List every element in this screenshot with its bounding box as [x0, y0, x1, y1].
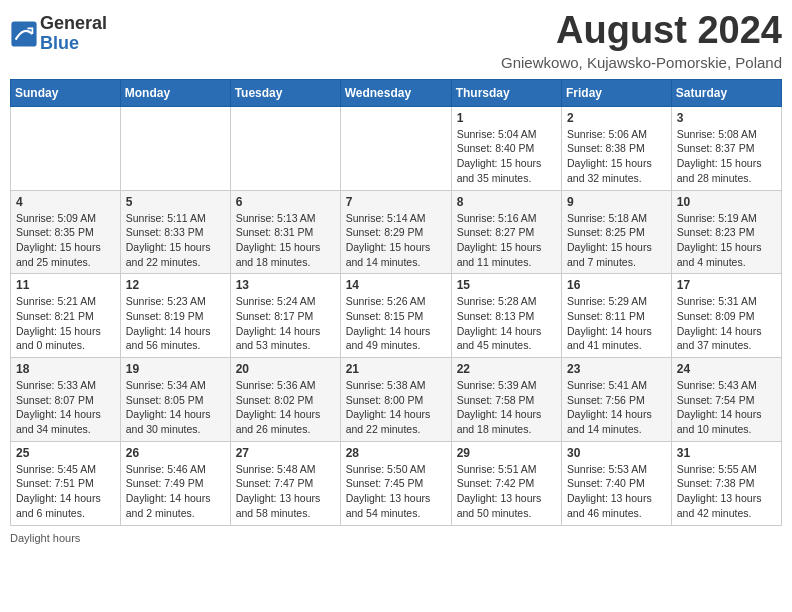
calendar-cell: 4Sunrise: 5:09 AM Sunset: 8:35 PM Daylig…	[11, 190, 121, 274]
day-info: Sunrise: 5:28 AM Sunset: 8:13 PM Dayligh…	[457, 294, 556, 353]
calendar-header-wednesday: Wednesday	[340, 79, 451, 106]
day-number: 6	[236, 195, 335, 209]
day-info: Sunrise: 5:55 AM Sunset: 7:38 PM Dayligh…	[677, 462, 776, 521]
day-info: Sunrise: 5:24 AM Sunset: 8:17 PM Dayligh…	[236, 294, 335, 353]
calendar-cell: 31Sunrise: 5:55 AM Sunset: 7:38 PM Dayli…	[671, 441, 781, 525]
calendar-cell: 23Sunrise: 5:41 AM Sunset: 7:56 PM Dayli…	[562, 358, 672, 442]
day-number: 19	[126, 362, 225, 376]
calendar-header-thursday: Thursday	[451, 79, 561, 106]
calendar-cell: 25Sunrise: 5:45 AM Sunset: 7:51 PM Dayli…	[11, 441, 121, 525]
day-number: 13	[236, 278, 335, 292]
day-number: 29	[457, 446, 556, 460]
day-info: Sunrise: 5:53 AM Sunset: 7:40 PM Dayligh…	[567, 462, 666, 521]
day-number: 7	[346, 195, 446, 209]
day-info: Sunrise: 5:29 AM Sunset: 8:11 PM Dayligh…	[567, 294, 666, 353]
calendar-cell: 19Sunrise: 5:34 AM Sunset: 8:05 PM Dayli…	[120, 358, 230, 442]
day-info: Sunrise: 5:41 AM Sunset: 7:56 PM Dayligh…	[567, 378, 666, 437]
calendar-cell: 21Sunrise: 5:38 AM Sunset: 8:00 PM Dayli…	[340, 358, 451, 442]
day-info: Sunrise: 5:45 AM Sunset: 7:51 PM Dayligh…	[16, 462, 115, 521]
day-info: Sunrise: 5:43 AM Sunset: 7:54 PM Dayligh…	[677, 378, 776, 437]
logo-blue: Blue	[40, 33, 79, 53]
day-number: 30	[567, 446, 666, 460]
calendar-cell: 28Sunrise: 5:50 AM Sunset: 7:45 PM Dayli…	[340, 441, 451, 525]
calendar-cell: 17Sunrise: 5:31 AM Sunset: 8:09 PM Dayli…	[671, 274, 781, 358]
day-number: 3	[677, 111, 776, 125]
calendar-cell: 9Sunrise: 5:18 AM Sunset: 8:25 PM Daylig…	[562, 190, 672, 274]
calendar-cell: 8Sunrise: 5:16 AM Sunset: 8:27 PM Daylig…	[451, 190, 561, 274]
calendar-header-sunday: Sunday	[11, 79, 121, 106]
day-number: 1	[457, 111, 556, 125]
daylight-label: Daylight hours	[10, 532, 80, 544]
calendar-week-4: 18Sunrise: 5:33 AM Sunset: 8:07 PM Dayli…	[11, 358, 782, 442]
calendar-cell: 22Sunrise: 5:39 AM Sunset: 7:58 PM Dayli…	[451, 358, 561, 442]
calendar-cell: 3Sunrise: 5:08 AM Sunset: 8:37 PM Daylig…	[671, 106, 781, 190]
day-number: 11	[16, 278, 115, 292]
day-info: Sunrise: 5:19 AM Sunset: 8:23 PM Dayligh…	[677, 211, 776, 270]
calendar-cell: 1Sunrise: 5:04 AM Sunset: 8:40 PM Daylig…	[451, 106, 561, 190]
day-info: Sunrise: 5:23 AM Sunset: 8:19 PM Dayligh…	[126, 294, 225, 353]
day-info: Sunrise: 5:26 AM Sunset: 8:15 PM Dayligh…	[346, 294, 446, 353]
calendar-header-saturday: Saturday	[671, 79, 781, 106]
logo-icon	[10, 20, 38, 48]
day-info: Sunrise: 5:13 AM Sunset: 8:31 PM Dayligh…	[236, 211, 335, 270]
day-number: 27	[236, 446, 335, 460]
calendar-cell: 14Sunrise: 5:26 AM Sunset: 8:15 PM Dayli…	[340, 274, 451, 358]
calendar-cell	[120, 106, 230, 190]
day-number: 31	[677, 446, 776, 460]
calendar-cell: 29Sunrise: 5:51 AM Sunset: 7:42 PM Dayli…	[451, 441, 561, 525]
day-info: Sunrise: 5:16 AM Sunset: 8:27 PM Dayligh…	[457, 211, 556, 270]
calendar-cell: 15Sunrise: 5:28 AM Sunset: 8:13 PM Dayli…	[451, 274, 561, 358]
day-number: 23	[567, 362, 666, 376]
day-number: 24	[677, 362, 776, 376]
title-section: August 2024 Gniewkowo, Kujawsko-Pomorski…	[501, 10, 782, 71]
day-info: Sunrise: 5:39 AM Sunset: 7:58 PM Dayligh…	[457, 378, 556, 437]
day-info: Sunrise: 5:38 AM Sunset: 8:00 PM Dayligh…	[346, 378, 446, 437]
day-number: 16	[567, 278, 666, 292]
day-info: Sunrise: 5:33 AM Sunset: 8:07 PM Dayligh…	[16, 378, 115, 437]
day-number: 22	[457, 362, 556, 376]
day-number: 5	[126, 195, 225, 209]
daylight-note: Daylight hours	[10, 532, 782, 544]
day-number: 4	[16, 195, 115, 209]
day-info: Sunrise: 5:51 AM Sunset: 7:42 PM Dayligh…	[457, 462, 556, 521]
calendar-header-friday: Friday	[562, 79, 672, 106]
calendar-cell	[230, 106, 340, 190]
day-info: Sunrise: 5:34 AM Sunset: 8:05 PM Dayligh…	[126, 378, 225, 437]
calendar-week-2: 4Sunrise: 5:09 AM Sunset: 8:35 PM Daylig…	[11, 190, 782, 274]
day-number: 28	[346, 446, 446, 460]
day-info: Sunrise: 5:18 AM Sunset: 8:25 PM Dayligh…	[567, 211, 666, 270]
day-info: Sunrise: 5:14 AM Sunset: 8:29 PM Dayligh…	[346, 211, 446, 270]
day-number: 10	[677, 195, 776, 209]
day-number: 18	[16, 362, 115, 376]
logo-text: General Blue	[40, 14, 107, 54]
calendar-cell: 7Sunrise: 5:14 AM Sunset: 8:29 PM Daylig…	[340, 190, 451, 274]
month-year: August 2024	[501, 10, 782, 52]
day-number: 25	[16, 446, 115, 460]
day-number: 17	[677, 278, 776, 292]
day-info: Sunrise: 5:11 AM Sunset: 8:33 PM Dayligh…	[126, 211, 225, 270]
calendar-header-row: SundayMondayTuesdayWednesdayThursdayFrid…	[11, 79, 782, 106]
header: General Blue August 2024 Gniewkowo, Kuja…	[10, 10, 782, 71]
calendar-cell: 13Sunrise: 5:24 AM Sunset: 8:17 PM Dayli…	[230, 274, 340, 358]
day-number: 26	[126, 446, 225, 460]
day-info: Sunrise: 5:36 AM Sunset: 8:02 PM Dayligh…	[236, 378, 335, 437]
day-number: 12	[126, 278, 225, 292]
day-info: Sunrise: 5:48 AM Sunset: 7:47 PM Dayligh…	[236, 462, 335, 521]
calendar-cell	[340, 106, 451, 190]
calendar-cell: 24Sunrise: 5:43 AM Sunset: 7:54 PM Dayli…	[671, 358, 781, 442]
day-info: Sunrise: 5:09 AM Sunset: 8:35 PM Dayligh…	[16, 211, 115, 270]
day-info: Sunrise: 5:04 AM Sunset: 8:40 PM Dayligh…	[457, 127, 556, 186]
day-info: Sunrise: 5:31 AM Sunset: 8:09 PM Dayligh…	[677, 294, 776, 353]
calendar-cell: 5Sunrise: 5:11 AM Sunset: 8:33 PM Daylig…	[120, 190, 230, 274]
day-info: Sunrise: 5:06 AM Sunset: 8:38 PM Dayligh…	[567, 127, 666, 186]
calendar-header-monday: Monday	[120, 79, 230, 106]
day-number: 20	[236, 362, 335, 376]
day-number: 14	[346, 278, 446, 292]
day-number: 21	[346, 362, 446, 376]
calendar-cell: 30Sunrise: 5:53 AM Sunset: 7:40 PM Dayli…	[562, 441, 672, 525]
calendar-week-1: 1Sunrise: 5:04 AM Sunset: 8:40 PM Daylig…	[11, 106, 782, 190]
calendar-cell: 10Sunrise: 5:19 AM Sunset: 8:23 PM Dayli…	[671, 190, 781, 274]
logo-general: General	[40, 13, 107, 33]
calendar-cell: 16Sunrise: 5:29 AM Sunset: 8:11 PM Dayli…	[562, 274, 672, 358]
calendar-cell: 11Sunrise: 5:21 AM Sunset: 8:21 PM Dayli…	[11, 274, 121, 358]
